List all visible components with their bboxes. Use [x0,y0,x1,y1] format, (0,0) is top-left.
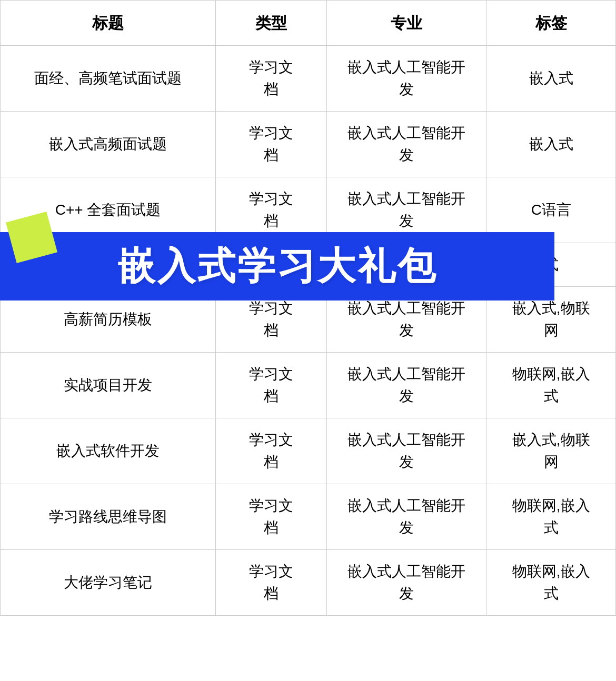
row-major: 嵌入式人工智能开 发 [326,550,486,616]
row-type: 学习文 档 [216,418,326,484]
row-major: 嵌入式人工智能开 发 [326,484,486,550]
row-type: 学习文 档 [216,112,326,177]
row-major: 嵌入式人工智能开 发 [326,46,486,112]
row-tag: 嵌入式,物联 网 [486,418,616,484]
blue-triangle-decoration [0,253,37,290]
table-row: 学习路线思维导图学习文 档嵌入式人工智能开 发物联网,嵌入 式 [1,484,616,550]
row-title: 大佬学习笔记 [1,550,216,616]
row-title: 面经、高频笔试面试题 [1,46,216,112]
header-title: 标题 [1,1,216,46]
table-header-row: 标题 类型 专业 标签 [1,1,616,46]
row-tag: 嵌入式 [486,46,616,112]
table-row: 实战项目开发学习文 档嵌入式人工智能开 发物联网,嵌入 式 [1,353,616,418]
row-major: 嵌入式人工智能开 发 [326,418,486,484]
row-title: 学习路线思维导图 [1,484,216,550]
row-type: 学习文 档 [216,550,326,616]
table-row: 嵌入式高频面试题学习文 档嵌入式人工智能开 发嵌入式 [1,112,616,177]
header-major: 专业 [326,1,486,46]
row-major: 嵌入式人工智能开 发 [326,353,486,418]
row-type: 学习文 档 [216,46,326,112]
row-title: 实战项目开发 [1,353,216,418]
header-tag: 标签 [486,1,616,46]
table-row: 大佬学习笔记学习文 档嵌入式人工智能开 发物联网,嵌入 式 [1,550,616,616]
promo-banner: 嵌入式学习大礼包 [0,232,554,301]
header-type: 类型 [216,1,326,46]
row-type: 学习文 档 [216,484,326,550]
row-tag: 物联网,嵌入 式 [486,550,616,616]
row-tag: 物联网,嵌入 式 [486,484,616,550]
table-row: 嵌入式软件开发学习文 档嵌入式人工智能开 发嵌入式,物联 网 [1,418,616,484]
table-row: 面经、高频笔试面试题学习文 档嵌入式人工智能开 发嵌入式 [1,46,616,112]
resource-table: 标题 类型 专业 标签 面经、高频笔试面试题学习文 档嵌入式人工智能开 发嵌入式… [0,0,616,616]
row-type: 学习文 档 [216,353,326,418]
row-tag: 物联网,嵌入 式 [486,353,616,418]
row-major: 嵌入式人工智能开 发 [326,112,486,177]
row-tag: 嵌入式 [486,112,616,177]
row-title: 嵌入式高频面试题 [1,112,216,177]
row-title: 嵌入式软件开发 [1,418,216,484]
banner-text: 嵌入式学习大礼包 [117,232,438,301]
